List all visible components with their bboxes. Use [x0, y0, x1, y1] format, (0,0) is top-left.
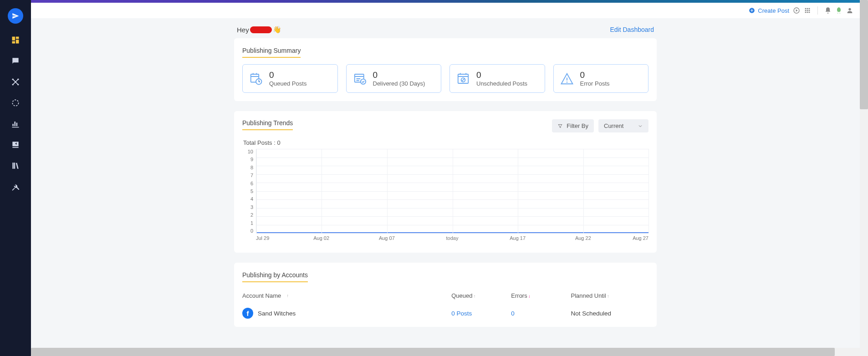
- target-icon: [11, 98, 20, 107]
- network-icon: [11, 77, 20, 86]
- user-icon: [846, 7, 853, 14]
- summary-title: Publishing Summary: [242, 47, 301, 58]
- facebook-icon: f: [242, 308, 253, 319]
- filter-by-label: Filter By: [567, 122, 588, 129]
- books-icon: [11, 161, 20, 170]
- header-play-button[interactable]: [793, 7, 800, 14]
- svg-point-5: [12, 100, 18, 106]
- summary-grid: 0Queued Posts 0Delivered (30 Days) 0Unsc…: [242, 64, 648, 93]
- col-queued[interactable]: Queued↑: [451, 292, 511, 299]
- top-header: Create Post: [31, 3, 860, 18]
- edit-dashboard-link[interactable]: Edit Dashboard: [610, 26, 654, 33]
- summary-label: Error Posts: [580, 80, 610, 87]
- accounts-table-header: Account Name↑ Queued↑ Errors↓ Planned Un…: [242, 289, 648, 303]
- svg-point-2: [12, 84, 14, 85]
- vertical-scrollbar[interactable]: [860, 0, 868, 356]
- table-row: f Sand Witches 0 Posts 0 Not Scheduled: [242, 303, 648, 323]
- summary-queued[interactable]: 0Queued Posts: [242, 64, 338, 93]
- svg-point-1: [17, 79, 19, 80]
- greeting-text: Hey 👋: [237, 25, 281, 34]
- apps-grid-icon: [804, 7, 811, 14]
- dashboard-icon: [11, 36, 20, 45]
- svg-point-15: [566, 81, 567, 83]
- svg-point-0: [12, 79, 14, 80]
- scroll-thumb[interactable]: [860, 0, 868, 109]
- wave-emoji: 👋: [273, 25, 281, 34]
- summary-value: 0: [269, 70, 306, 80]
- summary-label: Delivered (30 Days): [373, 80, 425, 87]
- bell-icon: [824, 7, 832, 14]
- sort-asc-icon: ↑: [286, 293, 289, 298]
- app-logo[interactable]: [8, 8, 23, 24]
- svg-point-8: [848, 8, 851, 10]
- header-divider: [817, 6, 818, 15]
- sort-desc-icon: ↓: [528, 294, 531, 299]
- nav-monitor[interactable]: [11, 98, 20, 107]
- chart-x-axis: Jul 29Aug 02Aug 07todayAug 17Aug 22Aug 2…: [256, 235, 648, 244]
- publishing-trends-card: Publishing Trends Filter By Current Tota…: [234, 111, 657, 253]
- greeting-prefix: Hey: [237, 26, 249, 34]
- create-post-button[interactable]: Create Post: [749, 7, 789, 14]
- redacted-name: [250, 26, 272, 33]
- account-name[interactable]: Sand Witches: [258, 310, 296, 317]
- calendar-block-icon: [456, 72, 470, 86]
- summary-errors[interactable]: 0Error Posts: [553, 64, 649, 93]
- horizontal-scrollbar[interactable]: [31, 348, 860, 356]
- publishing-summary-card: Publishing Summary 0Queued Posts 0Delive…: [234, 38, 657, 101]
- header-apps-button[interactable]: [804, 7, 811, 14]
- scroll-thumb[interactable]: [31, 348, 835, 356]
- col-planned[interactable]: Planned Until↑: [571, 292, 648, 299]
- plus-circle-icon: [749, 7, 755, 14]
- paper-plane-icon: [12, 12, 19, 20]
- warning-icon: [560, 72, 574, 86]
- notifications-button[interactable]: [824, 7, 832, 14]
- svg-point-3: [17, 84, 19, 85]
- total-posts-label: Total Posts : 0: [243, 139, 648, 146]
- greeting-row: Hey 👋 Edit Dashboard: [234, 18, 657, 38]
- account-planned: Not Scheduled: [571, 310, 648, 317]
- sort-asc-icon: ↑: [607, 294, 609, 299]
- chart-y-axis: 109876543210: [242, 149, 256, 234]
- nav-reports[interactable]: [11, 119, 20, 128]
- chat-icon: [11, 56, 20, 66]
- trends-title: Publishing Trends: [242, 119, 293, 130]
- user-menu-button[interactable]: [846, 7, 853, 14]
- play-circle-icon: [793, 7, 800, 14]
- nav-inbox[interactable]: [11, 140, 20, 149]
- chevron-down-icon: [638, 123, 643, 129]
- nav-settings[interactable]: [11, 182, 20, 191]
- period-select[interactable]: Current: [598, 119, 648, 132]
- account-queued[interactable]: 0 Posts: [451, 310, 511, 317]
- summary-label: Queued Posts: [269, 80, 306, 87]
- sort-asc-icon: ↑: [473, 294, 475, 299]
- calendar-clock-icon: [249, 72, 263, 86]
- trends-chart: 109876543210 Jul 29Aug 02Aug 07todayAug …: [242, 149, 648, 244]
- summary-delivered[interactable]: 0Delivered (30 Days): [346, 64, 442, 93]
- nav-dashboard[interactable]: [11, 36, 20, 45]
- col-errors[interactable]: Errors↓: [511, 292, 571, 299]
- summary-unscheduled[interactable]: 0Unscheduled Posts: [449, 64, 545, 93]
- header-rocket-button[interactable]: [835, 7, 842, 14]
- left-sidebar: [0, 0, 31, 356]
- bar-chart-icon: [11, 119, 20, 128]
- inbox-icon: [11, 140, 20, 149]
- nav-library[interactable]: [11, 161, 20, 170]
- delivered-icon: [353, 72, 367, 86]
- publishing-accounts-card: Publishing by Accounts Account Name↑ Que…: [234, 263, 657, 327]
- account-errors[interactable]: 0: [511, 310, 571, 317]
- filter-icon: [557, 123, 563, 129]
- col-account-name[interactable]: Account Name↑: [242, 292, 451, 299]
- tools-icon: [11, 182, 20, 191]
- rocket-icon: [835, 7, 842, 14]
- filter-by-button[interactable]: Filter By: [552, 119, 594, 132]
- nav-connections[interactable]: [11, 77, 20, 86]
- summary-value: 0: [580, 70, 610, 80]
- nav-messages[interactable]: [11, 56, 20, 66]
- period-selected-label: Current: [604, 122, 623, 129]
- svg-point-4: [15, 81, 16, 82]
- summary-label: Unscheduled Posts: [476, 80, 527, 87]
- chart-plot-area: [256, 149, 648, 234]
- summary-value: 0: [476, 70, 527, 80]
- create-post-label: Create Post: [758, 7, 789, 14]
- summary-value: 0: [373, 70, 425, 80]
